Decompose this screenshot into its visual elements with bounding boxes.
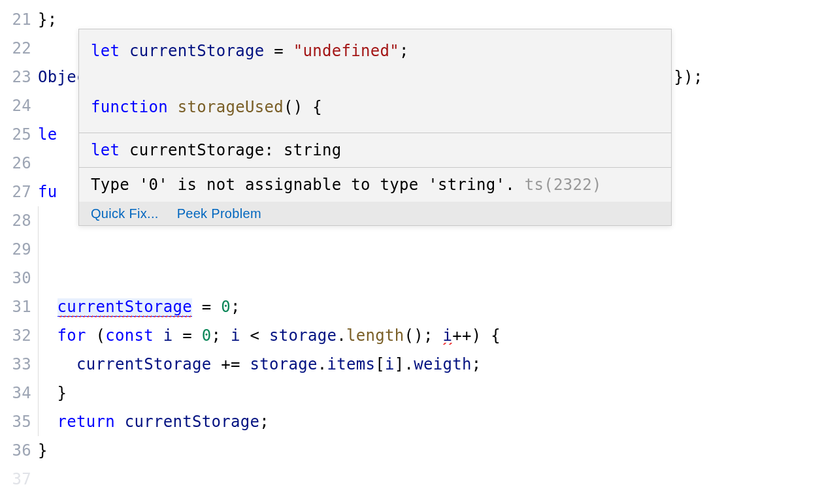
hover-context: let currentStorage = "undefined"; functi… — [79, 29, 671, 133]
line-number: 33 — [0, 350, 31, 379]
hover-error: Type '0' is not assignable to type 'stri… — [79, 168, 671, 202]
line-number: 21 — [0, 5, 31, 34]
hover-actions: Quick Fix... Peek Problem — [79, 202, 671, 225]
line-number: 35 — [0, 407, 31, 436]
line-number: 27 — [0, 178, 31, 206]
line-number: 31 — [0, 292, 31, 321]
code-area[interactable]: }; Object.defineProperty(storage, "max",… — [38, 0, 839, 494]
quick-fix-link[interactable]: Quick Fix... — [91, 207, 159, 220]
hover-signature: let currentStorage: string — [79, 133, 671, 168]
code-line[interactable]: } — [38, 379, 839, 407]
error-token: i — [443, 328, 453, 343]
selected-identifier[interactable]: currentStorage — [58, 298, 193, 315]
line-number: 34 — [0, 379, 31, 407]
code-editor: 21 22 23 24 25 26 27 28 29 30 31 32 33 3… — [0, 0, 839, 494]
code-line[interactable]: } — [38, 436, 839, 465]
indent-guide — [38, 264, 39, 292]
line-number-gutter: 21 22 23 24 25 26 27 28 29 30 31 32 33 3… — [0, 0, 38, 494]
peek-problem-link[interactable]: Peek Problem — [177, 207, 261, 220]
line-number: 22 — [0, 34, 31, 63]
code-line[interactable]: return currentStorage; — [38, 407, 839, 436]
line-number: 37 — [0, 465, 31, 494]
line-number: 25 — [0, 120, 31, 149]
line-number: 29 — [0, 235, 31, 264]
line-number: 23 — [0, 63, 31, 91]
code-line[interactable]: currentStorage += storage.items[i].weigt… — [38, 350, 839, 379]
code-line[interactable]: currentStorage = 0; — [38, 292, 839, 321]
line-number: 32 — [0, 321, 31, 350]
line-number: 28 — [0, 206, 31, 235]
indent-guide — [38, 206, 39, 235]
code-line[interactable] — [38, 264, 839, 292]
code-line[interactable] — [38, 465, 839, 494]
error-code: ts(2322) — [525, 176, 602, 194]
indent-guide — [38, 235, 39, 264]
line-number: 30 — [0, 264, 31, 292]
code-line[interactable]: for (const i = 0; i < storage.length(); … — [38, 321, 839, 350]
code-line[interactable] — [38, 235, 839, 264]
line-number: 26 — [0, 149, 31, 178]
line-number: 36 — [0, 436, 31, 465]
hover-tooltip: let currentStorage = "undefined"; functi… — [78, 29, 672, 226]
line-number: 24 — [0, 91, 31, 120]
